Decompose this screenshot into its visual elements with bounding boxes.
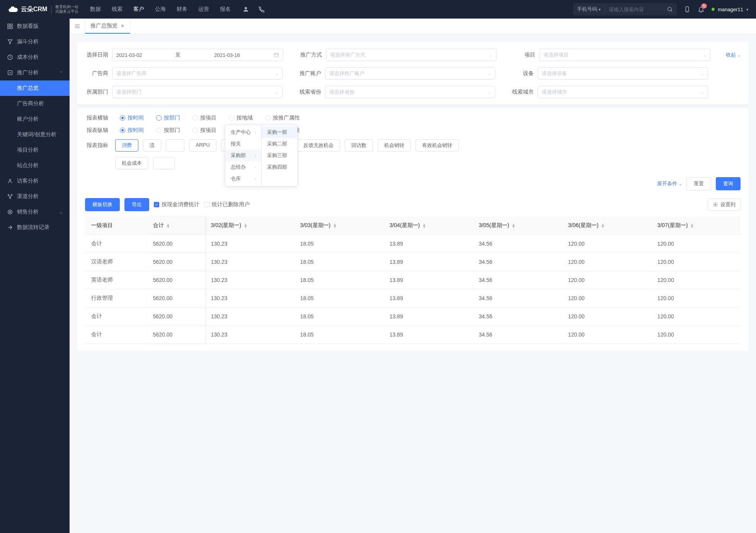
- nav-item[interactable]: 运营: [198, 6, 209, 13]
- search-type-select[interactable]: 手机号码 ▾: [573, 6, 605, 13]
- dept-label: 所属部门: [85, 89, 108, 96]
- sidebar-item[interactable]: 销售分析⌄: [0, 204, 70, 220]
- search-input[interactable]: [605, 7, 663, 12]
- table-cell: 130.23: [205, 326, 294, 344]
- sidebar-item[interactable]: 访客分析: [0, 173, 70, 189]
- radio-option[interactable]: 按时间: [120, 127, 144, 134]
- collapse-link[interactable]: 收起 ⌄: [726, 51, 741, 58]
- indicator-tag[interactable]: 机会销转: [378, 139, 411, 152]
- svg-rect-20: [274, 53, 278, 57]
- reset-button[interactable]: 重置: [686, 177, 711, 190]
- project-select[interactable]: 请选择项目⌄: [539, 49, 710, 61]
- indicator-tag[interactable]: 机会成本: [115, 157, 148, 169]
- radio-option[interactable]: 按地域: [229, 114, 253, 121]
- radio-option[interactable]: 按项目: [192, 127, 216, 134]
- close-icon[interactable]: ✕: [121, 23, 124, 29]
- radio-option[interactable]: 按项目: [192, 114, 216, 121]
- radio-option[interactable]: 按推广属性: [265, 114, 300, 121]
- table-column-header[interactable]: 3/04(星期一) ▲▼: [383, 217, 473, 235]
- table-column-header[interactable]: 3/02(星期一) ▲▼: [205, 217, 294, 235]
- logo[interactable]: 云朵CRM 教育机构一站 式服务云平台: [8, 4, 78, 15]
- department-select[interactable]: 请选择部门⌄: [112, 86, 283, 98]
- sort-icon: ▲▼: [243, 223, 248, 228]
- bell-icon[interactable]: 5: [698, 6, 705, 13]
- table-column-header[interactable]: 3/05(星期一) ▲▼: [473, 217, 562, 235]
- caret-down-icon: ▾: [746, 7, 748, 12]
- indicator-tag[interactable]: 回访数: [345, 139, 373, 152]
- table-column-header[interactable]: 3/06(星期一) ▲▼: [562, 217, 651, 235]
- indicator-tag[interactable]: [166, 139, 184, 152]
- sidebar-subitem[interactable]: 项目分析: [0, 142, 70, 158]
- province-select[interactable]: 请选择省份⌄: [325, 86, 495, 98]
- sidebar-subitem[interactable]: 广告商分析: [0, 96, 70, 111]
- sidebar-item[interactable]: 数据流转记录: [0, 220, 70, 235]
- export-button[interactable]: 导出: [124, 198, 149, 211]
- table-column-header[interactable]: 合计 ▲▼: [147, 217, 205, 235]
- search-icon[interactable]: [663, 6, 677, 12]
- column-settings-button[interactable]: 设置列: [708, 198, 741, 211]
- table-column-header[interactable]: 3/07(星期一) ▲▼: [651, 217, 741, 235]
- nav-item[interactable]: 财务: [177, 6, 187, 13]
- sort-icon: ▲▼: [690, 223, 694, 228]
- table-cell: 130.23: [205, 308, 294, 326]
- table-cell: 18.05: [294, 235, 383, 253]
- sidebar-item[interactable]: 漏斗分析: [0, 34, 70, 50]
- indicator-tag[interactable]: 消费: [115, 139, 138, 152]
- indicator-tag[interactable]: [153, 157, 175, 169]
- switch-axis-button[interactable]: 横纵切换: [85, 198, 120, 211]
- sidebar-subitem[interactable]: 账户分析: [0, 111, 70, 127]
- table-column-header[interactable]: 一级项目: [85, 217, 147, 235]
- indicator-tag[interactable]: 有效机会销转: [415, 139, 459, 152]
- device-select[interactable]: 请选择设备⌄: [538, 67, 708, 80]
- deleted-checkbox[interactable]: 统计已删除用户: [204, 201, 250, 208]
- cascader-item[interactable]: 总经办›: [225, 161, 261, 173]
- radio-circle: [265, 115, 271, 121]
- radio-circle: [229, 115, 234, 121]
- mobile-icon[interactable]: [684, 6, 691, 13]
- table-cell: 34.56: [473, 235, 562, 253]
- tab-promotion-overview[interactable]: 推广总预览 ✕: [85, 19, 130, 34]
- nav-item[interactable]: 报名: [220, 6, 231, 13]
- date-range-input[interactable]: 2021-03-02 至 2021-03-16: [112, 49, 283, 61]
- cascader-item[interactable]: 采购三部: [262, 150, 297, 161]
- indicator-tag[interactable]: 流: [143, 139, 161, 152]
- cascader-item[interactable]: 仓库›: [225, 173, 261, 184]
- user-menu[interactable]: manager11 ▾: [712, 7, 748, 12]
- nav-item[interactable]: 公海: [155, 6, 166, 13]
- cascader-item[interactable]: 采购一部: [262, 126, 297, 138]
- advertiser-select[interactable]: 请选择广告商⌄: [112, 67, 283, 80]
- cascader-item[interactable]: 采购部›: [225, 150, 261, 161]
- city-select[interactable]: 请选择城市⌄: [538, 86, 708, 98]
- phone-icon[interactable]: [258, 6, 265, 13]
- query-button[interactable]: 查询: [716, 177, 741, 190]
- nav-item[interactable]: 客户: [133, 6, 144, 13]
- sidebar-item[interactable]: 推广分析⌃: [0, 65, 70, 80]
- sidebar-subitem[interactable]: 推广总览: [0, 80, 70, 96]
- method-select[interactable]: 请选择推广方式⌄: [326, 49, 497, 61]
- radio-option[interactable]: 按部门: [156, 127, 180, 134]
- radio-option[interactable]: 按部门: [156, 114, 180, 121]
- cascader-item[interactable]: 采购四部: [262, 161, 297, 173]
- cascader-item[interactable]: 生产中心›: [225, 126, 261, 138]
- sidebar-item[interactable]: 成本分析: [0, 50, 70, 65]
- account-select[interactable]: 请选择推广账户⌄: [325, 67, 495, 80]
- table-cell: 汉语老师: [85, 253, 147, 271]
- sidebar-subitem[interactable]: 关键词/创意分析: [0, 127, 70, 142]
- sidebar-item[interactable]: 数据看版: [0, 19, 70, 34]
- cascader-item[interactable]: 报关: [225, 138, 261, 150]
- nav-item[interactable]: 数据: [90, 6, 101, 13]
- cascader-item[interactable]: 采购二部: [262, 138, 297, 150]
- table-column-header[interactable]: 3/03(星期一) ▲▼: [294, 217, 383, 235]
- user-icon[interactable]: [242, 6, 249, 13]
- cash-checkbox[interactable]: ✓ 按现金消费统计: [154, 201, 199, 208]
- indicator-tag[interactable]: 反馈无效机会: [297, 139, 340, 152]
- radio-circle: [120, 115, 125, 121]
- sidebar-subitem[interactable]: 站点分析: [0, 158, 70, 173]
- radio-option[interactable]: 按时间: [120, 114, 144, 121]
- sidebar-item[interactable]: 渠道分析: [0, 189, 70, 204]
- indicator-tag[interactable]: ARPU: [189, 139, 216, 152]
- table-cell: 行政管理: [85, 289, 147, 308]
- nav-item[interactable]: 线索: [112, 6, 123, 13]
- sidebar-toggle[interactable]: [70, 19, 85, 34]
- expand-conditions-link[interactable]: 展开条件 ⌄: [657, 180, 682, 187]
